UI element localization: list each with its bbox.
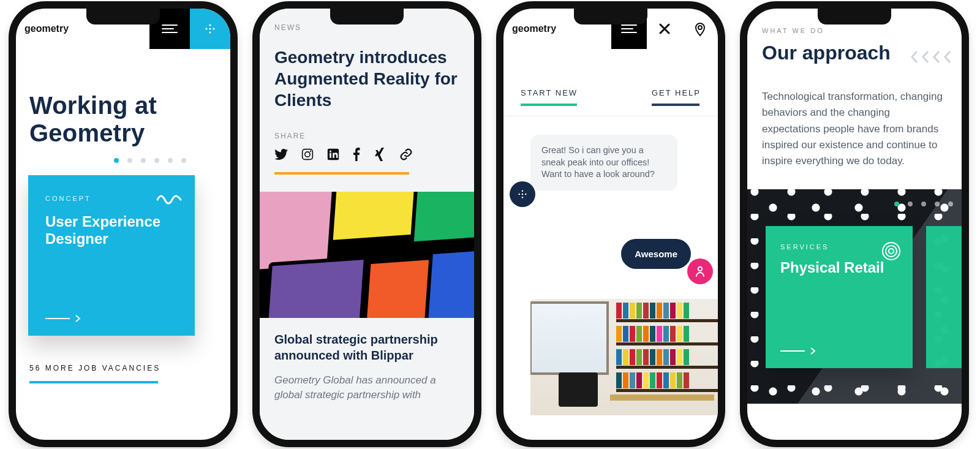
svg-point-14	[330, 151, 331, 153]
brand-logo[interactable]: geometry	[503, 9, 579, 49]
svg-rect-9	[303, 149, 313, 160]
carousel-pager[interactable]	[16, 153, 230, 169]
user-message-text: Awesome	[635, 249, 677, 259]
svg-point-11	[310, 151, 311, 152]
xing-icon[interactable]	[374, 148, 386, 164]
svg-point-8	[209, 31, 211, 33]
location-pin-icon[interactable]	[682, 9, 718, 49]
hamburger-menu-button[interactable]	[149, 9, 190, 49]
tab-get-help[interactable]: GET HELP	[652, 88, 701, 111]
svg-point-10	[305, 152, 310, 157]
pager-dot[interactable]	[154, 158, 159, 163]
wave-icon	[157, 194, 181, 205]
svg-text:geometry: geometry	[24, 23, 69, 34]
share-row	[274, 148, 459, 164]
card-title: User Experience Designer	[45, 213, 179, 249]
article-image	[260, 192, 474, 318]
pager-dot[interactable]	[168, 158, 173, 163]
hamburger-menu-button[interactable]	[611, 9, 647, 49]
svg-rect-13	[330, 153, 331, 158]
svg-point-5	[205, 28, 207, 29]
share-underline	[274, 172, 409, 175]
facebook-icon[interactable]	[353, 148, 360, 164]
pager-dot[interactable]	[921, 202, 926, 206]
job-card[interactable]: CONCEPT User Experience Designer	[28, 175, 195, 336]
section-kicker: WHAT WE DO	[762, 27, 947, 34]
chat-area: Great! So i can give you a sneak peak in…	[503, 116, 718, 331]
tab-start-new[interactable]: START NEW	[521, 88, 578, 111]
twitter-icon[interactable]	[274, 149, 288, 162]
article-headline: Geometry introduces Augmented Reality fo…	[274, 47, 459, 111]
svg-point-25	[525, 194, 526, 195]
share-label: SHARE	[274, 132, 459, 140]
pager-dot[interactable]	[181, 158, 186, 163]
svg-text:geometry: geometry	[512, 23, 556, 34]
page-title: Working at Geometry	[16, 49, 230, 153]
carousel-pager[interactable]	[894, 202, 953, 206]
chat-tabs: START NEW GET HELP	[503, 49, 718, 111]
section-paragraph: Technological transformation, changing b…	[762, 89, 947, 170]
svg-point-27	[698, 267, 702, 271]
link-icon[interactable]	[399, 148, 413, 164]
arrow-icon	[45, 315, 179, 322]
pager-dot[interactable]	[114, 158, 119, 163]
svg-point-4	[209, 24, 211, 26]
instagram-icon[interactable]	[301, 148, 314, 163]
linkedin-icon[interactable]	[327, 148, 339, 163]
next-card-peek[interactable]	[926, 226, 962, 368]
bot-avatar-icon	[510, 181, 535, 207]
user-message[interactable]: Awesome	[621, 239, 691, 269]
brand-logo[interactable]: geometry	[16, 9, 92, 49]
more-vacancies-label: 56 MORE JOB VACANCIES	[29, 364, 160, 372]
article-title: Global strategic partnership announced w…	[274, 331, 459, 363]
arrow-icon	[780, 347, 899, 355]
pager-dot[interactable]	[141, 158, 146, 163]
close-icon[interactable]	[647, 9, 682, 49]
pager-dot[interactable]	[908, 202, 913, 206]
more-vacancies-link[interactable]: 56 MORE JOB VACANCIES	[29, 364, 230, 383]
discover-button[interactable]	[190, 9, 230, 49]
bot-message: Great! So i can give you a sneak peak in…	[530, 135, 677, 191]
svg-point-24	[522, 194, 523, 195]
svg-point-21	[698, 26, 702, 29]
svg-point-26	[522, 197, 523, 198]
pager-dot[interactable]	[127, 158, 132, 163]
tab-label: GET HELP	[652, 88, 701, 97]
svg-point-23	[518, 194, 519, 195]
user-avatar-icon	[687, 258, 713, 284]
article-excerpt: Geometry Global has announced a global s…	[274, 373, 459, 402]
tab-label: START NEW	[521, 88, 578, 97]
services-carousel[interactable]: SERVICES Physical Retail	[747, 189, 962, 404]
header: geometry	[16, 9, 230, 49]
service-card[interactable]: SERVICES Physical Retail	[766, 226, 913, 368]
target-icon	[881, 241, 902, 264]
pager-dot[interactable]	[894, 202, 899, 206]
section-kicker: NEWS	[274, 23, 459, 32]
svg-point-22	[522, 190, 523, 191]
scroll-chevrons-icon	[910, 50, 952, 64]
pager-dot[interactable]	[948, 202, 953, 206]
svg-point-7	[213, 28, 214, 29]
header: geometry	[503, 9, 718, 49]
svg-point-30	[889, 249, 894, 254]
svg-point-6	[209, 28, 211, 29]
svg-point-29	[886, 246, 897, 257]
pager-dot[interactable]	[935, 202, 940, 206]
office-photo[interactable]	[530, 299, 718, 415]
